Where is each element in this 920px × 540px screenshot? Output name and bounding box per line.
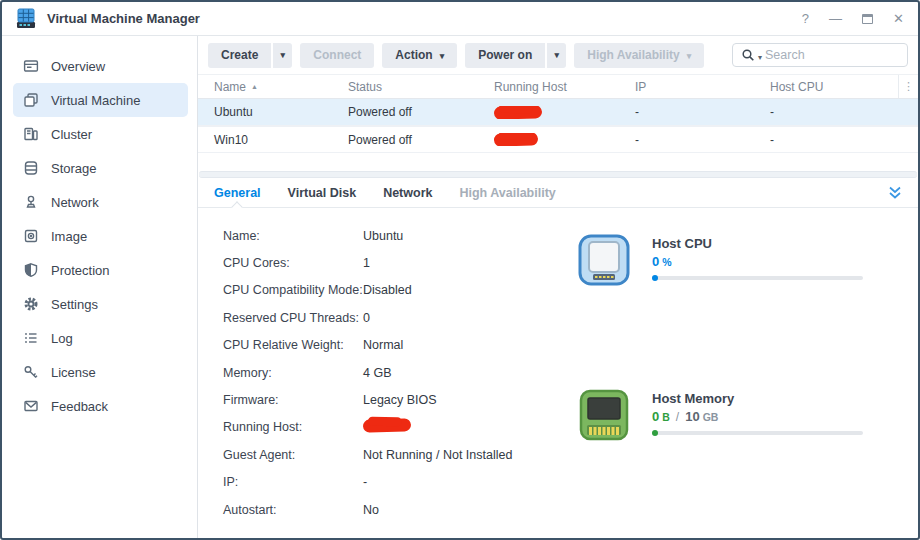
field-value: Ubuntu bbox=[363, 229, 403, 243]
redaction-mark bbox=[494, 106, 542, 119]
vm-ip: - bbox=[619, 133, 754, 147]
sidebar-item-image[interactable]: Image bbox=[13, 219, 188, 253]
field-row: CPU Compatibility Mode:Disabled bbox=[223, 277, 578, 304]
field-label: IP: bbox=[223, 475, 363, 489]
memory-used-number: 0 bbox=[652, 409, 659, 424]
create-dropdown-button[interactable] bbox=[271, 43, 292, 68]
power-on-button[interactable]: Power on bbox=[465, 43, 545, 68]
field-label: Memory: bbox=[223, 366, 363, 380]
field-value: Not Running / Not Installed bbox=[363, 448, 512, 462]
host-resources: Host CPU 0% bbox=[578, 222, 918, 538]
feedback-icon bbox=[22, 398, 39, 415]
spacer bbox=[198, 153, 918, 171]
sidebar-item-cluster[interactable]: Cluster bbox=[13, 117, 188, 151]
field-row: Reserved CPU Threads:0 bbox=[223, 304, 578, 331]
field-value: 4 GB bbox=[363, 366, 392, 380]
search-box bbox=[732, 43, 908, 67]
sidebar: Overview Virtual Machine Cluster Storage… bbox=[2, 36, 198, 538]
memory-used-unit: B bbox=[662, 411, 670, 423]
column-header-running-host[interactable]: Running Host bbox=[478, 80, 619, 94]
chevron-down-icon bbox=[440, 48, 445, 62]
cpu-chip-icon bbox=[578, 234, 630, 286]
field-row: Autostart:No bbox=[223, 496, 578, 523]
field-label: CPU Compatibility Mode: bbox=[223, 283, 363, 297]
sidebar-item-protection[interactable]: Protection bbox=[13, 253, 188, 287]
field-label: CPU Cores: bbox=[223, 256, 363, 270]
cpu-percent-number: 0 bbox=[652, 254, 659, 269]
power-on-dropdown-button[interactable] bbox=[545, 43, 566, 68]
sidebar-item-label: Image bbox=[51, 229, 87, 244]
redaction-mark bbox=[363, 419, 411, 434]
general-detail-panel: Name:Ubuntu CPU Cores:1 CPU Compatibilit… bbox=[198, 208, 918, 538]
vm-running-host bbox=[478, 133, 619, 146]
sidebar-item-log[interactable]: Log bbox=[13, 321, 188, 355]
column-header-status[interactable]: Status bbox=[332, 80, 478, 94]
help-icon[interactable]: ? bbox=[802, 12, 809, 25]
action-button[interactable]: Action bbox=[382, 43, 457, 68]
tab-virtual-disk[interactable]: Virtual Disk bbox=[288, 178, 357, 207]
app-logo-icon bbox=[14, 7, 38, 31]
connect-button: Connect bbox=[300, 43, 374, 68]
vm-fields: Name:Ubuntu CPU Cores:1 CPU Compatibilit… bbox=[223, 222, 578, 538]
sidebar-item-feedback[interactable]: Feedback bbox=[13, 389, 188, 423]
search-icon[interactable] bbox=[741, 48, 755, 62]
tab-general[interactable]: General bbox=[214, 178, 261, 207]
vm-table: Name▲ Status Running Host IP Host CPU ⋮ … bbox=[198, 74, 918, 153]
sidebar-item-network[interactable]: Network bbox=[13, 185, 188, 219]
sidebar-item-license[interactable]: License bbox=[13, 355, 188, 389]
memory-total-number: 10 bbox=[685, 409, 699, 424]
field-value: - bbox=[363, 475, 367, 489]
host-memory-title: Host Memory bbox=[652, 391, 863, 406]
sidebar-item-label: Settings bbox=[51, 297, 98, 312]
search-filter-caret-icon[interactable] bbox=[758, 46, 762, 64]
minimize-icon[interactable]: — bbox=[829, 12, 842, 25]
settings-icon bbox=[22, 296, 39, 313]
table-row[interactable]: Ubuntu Powered off - - bbox=[198, 99, 918, 126]
vm-host-cpu: - bbox=[754, 133, 918, 147]
sidebar-item-label: Feedback bbox=[51, 399, 108, 414]
field-value: 1 bbox=[363, 256, 370, 270]
table-row[interactable]: Win10 Powered off - - bbox=[198, 126, 918, 153]
sidebar-item-virtual-machine[interactable]: Virtual Machine bbox=[13, 83, 188, 117]
host-cpu-title: Host CPU bbox=[652, 236, 863, 251]
cluster-icon bbox=[22, 126, 39, 143]
sidebar-item-settings[interactable]: Settings bbox=[13, 287, 188, 321]
field-row: Firmware:Legacy BIOS bbox=[223, 386, 578, 413]
vm-host-cpu: - bbox=[754, 105, 918, 119]
search-input[interactable] bbox=[765, 48, 899, 62]
create-button[interactable]: Create bbox=[208, 43, 271, 68]
table-header: Name▲ Status Running Host IP Host CPU ⋮ bbox=[198, 74, 918, 99]
field-row: Running Host: bbox=[223, 414, 578, 441]
maximize-icon[interactable] bbox=[862, 14, 873, 24]
vm-ip: - bbox=[619, 105, 754, 119]
column-settings-icon[interactable]: ⋮ bbox=[898, 75, 918, 98]
column-header-ip[interactable]: IP bbox=[619, 80, 754, 94]
sidebar-item-overview[interactable]: Overview bbox=[13, 49, 188, 83]
collapse-panel-button[interactable] bbox=[888, 185, 902, 200]
tab-network[interactable]: Network bbox=[383, 178, 432, 207]
app-title: Virtual Machine Manager bbox=[47, 11, 200, 26]
host-cpu-value: 0% bbox=[652, 254, 863, 271]
sidebar-item-storage[interactable]: Storage bbox=[13, 151, 188, 185]
memory-chip-icon bbox=[578, 389, 630, 441]
field-row: CPU Cores:1 bbox=[223, 249, 578, 276]
panel-splitter[interactable] bbox=[199, 171, 917, 178]
column-header-host-cpu[interactable]: Host CPU bbox=[754, 80, 898, 94]
column-header-name[interactable]: Name▲ bbox=[198, 80, 332, 94]
sidebar-item-label: Virtual Machine bbox=[51, 93, 140, 108]
high-availability-button: High Availability bbox=[574, 43, 704, 68]
license-icon bbox=[22, 364, 39, 381]
field-row: IP:- bbox=[223, 469, 578, 496]
field-label: Name: bbox=[223, 229, 363, 243]
host-cpu-progressbar bbox=[652, 276, 863, 280]
storage-icon bbox=[22, 160, 39, 177]
field-value: Normal bbox=[363, 338, 403, 352]
close-icon[interactable]: ✕ bbox=[893, 12, 904, 25]
vm-running-host bbox=[478, 106, 619, 119]
create-split-button: Create bbox=[208, 43, 292, 68]
host-cpu-progress-fill bbox=[652, 275, 658, 281]
main-panel: Create Connect Action Power on High Avai… bbox=[198, 36, 918, 538]
field-label: Guest Agent: bbox=[223, 448, 363, 462]
window-controls: ? — ✕ bbox=[802, 12, 904, 25]
detail-tabbar: General Virtual Disk Network High Availa… bbox=[198, 178, 918, 208]
